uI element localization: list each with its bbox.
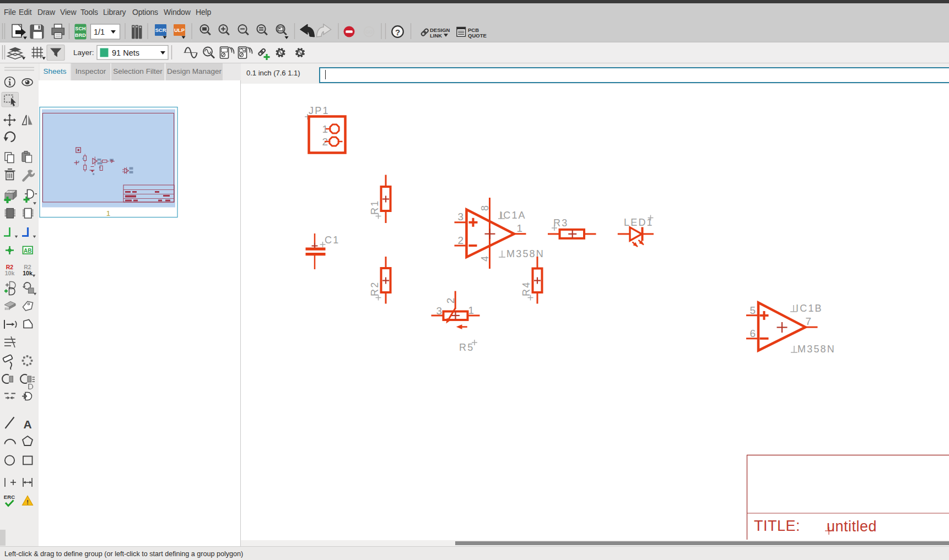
svg-text:M358N: M358N	[506, 248, 544, 259]
svg-text:M358N: M358N	[797, 344, 835, 355]
svg-text:IC1B: IC1B	[796, 303, 823, 314]
svg-text:untitled: untitled	[827, 518, 877, 535]
svg-text:QUOTE: QUOTE	[468, 32, 487, 39]
svg-text:LINK: LINK	[430, 32, 442, 39]
svg-text:C1: C1	[325, 235, 339, 246]
svg-text:R5: R5	[459, 342, 474, 353]
svg-text:?: ?	[395, 28, 400, 37]
svg-text:91 Nets: 91 Nets	[112, 48, 139, 57]
svg-text:!: !	[26, 499, 29, 505]
svg-text:10k: 10k	[23, 270, 33, 276]
svg-text:2: 2	[445, 298, 456, 304]
svg-text:10k: 10k	[5, 270, 15, 276]
svg-text:IC1A: IC1A	[499, 210, 526, 221]
svg-text:R2: R2	[369, 281, 380, 296]
svg-text:TITLE:: TITLE:	[754, 518, 800, 534]
svg-text:1/1: 1/1	[94, 28, 105, 36]
svg-text:GO: GO	[365, 29, 373, 35]
svg-text:SCH: SCH	[75, 26, 86, 31]
svg-text:4: 4	[479, 256, 490, 262]
svg-text:7: 7	[805, 316, 811, 327]
svg-text:ERC: ERC	[4, 494, 15, 500]
svg-text:A: A	[23, 418, 31, 431]
svg-text:1: 1	[468, 305, 474, 316]
svg-text:6: 6	[750, 328, 756, 339]
svg-text:R4: R4	[521, 281, 532, 296]
svg-text:1: 1	[106, 209, 111, 218]
svg-text:3: 3	[457, 211, 463, 222]
svg-text:SCR: SCR	[155, 27, 166, 33]
svg-text:AB: AB	[24, 248, 31, 254]
svg-text:LED1: LED1	[624, 217, 654, 228]
svg-text:3: 3	[436, 305, 442, 317]
svg-text:R1: R1	[369, 200, 380, 215]
svg-text:5: 5	[750, 305, 756, 316]
svg-text:R3: R3	[553, 218, 568, 229]
svg-text:JP1: JP1	[309, 105, 330, 116]
svg-text:BRD: BRD	[75, 32, 86, 38]
svg-text:ULP: ULP	[174, 27, 185, 33]
svg-text:8: 8	[479, 205, 490, 211]
svg-text:2: 2	[457, 235, 463, 246]
svg-text:1: 1	[516, 222, 522, 234]
